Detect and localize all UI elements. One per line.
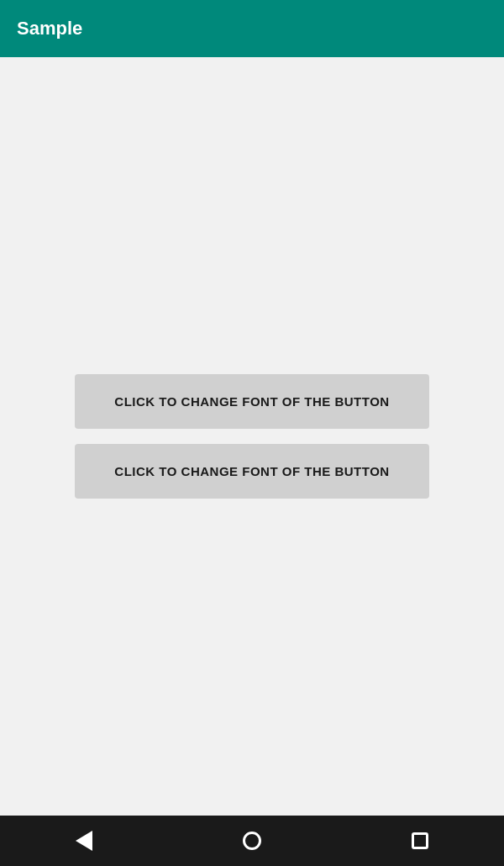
main-content: CLICK TO CHANGE FONT OF THE BUTTON CLICK… [0,57,504,816]
app-bar-title: Sample [17,18,82,40]
recents-square-icon[interactable] [412,832,428,849]
home-circle-icon[interactable] [243,832,261,850]
change-font-button-2[interactable]: CLICK TO CHANGE FONT OF THE BUTTON [75,444,429,499]
app-bar: Sample [0,0,504,57]
nav-bar [0,816,504,866]
back-arrow-icon[interactable] [76,831,92,851]
change-font-button-1[interactable]: CLICK TO CHANGE FONT OF THE BUTTON [75,374,429,429]
